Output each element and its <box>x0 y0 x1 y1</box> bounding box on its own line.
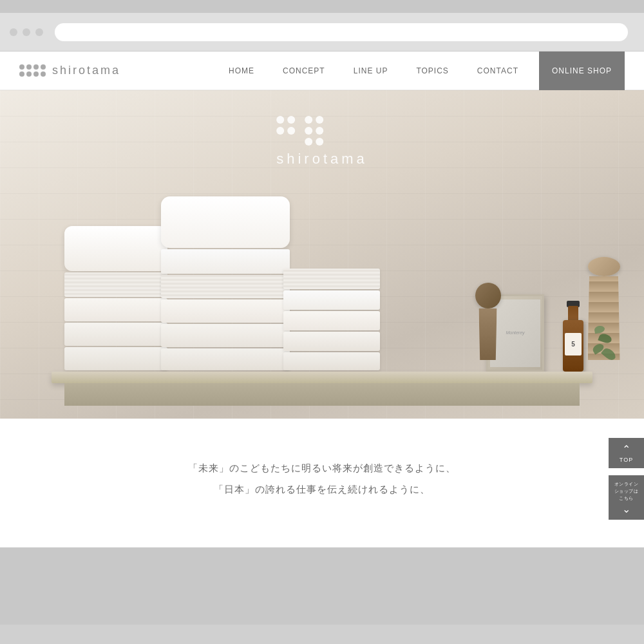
towel-fluffy-top <box>64 226 167 271</box>
decorative-bottle: 5 <box>560 307 586 372</box>
logo-dot-1 <box>19 64 24 70</box>
bottom-gray-area <box>0 547 644 625</box>
browser-frame: shirotama HOME CONCEPT LINE UP TOPICS CO… <box>0 0 644 625</box>
towel-w3-1 <box>64 323 167 346</box>
nav-online-shop-button[interactable]: ONLINE SHOP <box>539 52 625 90</box>
candle-holder-left <box>470 283 506 360</box>
hero-dot-7 <box>305 127 312 135</box>
towel-w4-1 <box>64 347 167 370</box>
hero-logo-dots-right <box>305 116 323 146</box>
logo-dot-7 <box>33 71 39 77</box>
scroll-to-top-button[interactable]: ⌃ TOP <box>609 438 644 468</box>
towel-right-3 <box>283 311 380 330</box>
hero-dot-1 <box>276 116 284 124</box>
hero-dot-8 <box>316 127 323 135</box>
site-header: shirotama HOME CONCEPT LINE UP TOPICS CO… <box>0 52 644 90</box>
hero-dot-9 <box>305 138 312 146</box>
website-content: shirotama HOME CONCEPT LINE UP TOPICS CO… <box>0 52 644 625</box>
towel-mid-3 <box>161 299 290 323</box>
browser-dot-yellow <box>23 28 30 36</box>
towel-stack-right <box>283 269 380 372</box>
browser-chrome <box>0 13 644 52</box>
towel-textured-1 <box>64 272 167 297</box>
logo-dot-4 <box>41 64 46 70</box>
content-section: 「未来」のこどもたちに明るい将来が創造できるように、 「日本」の誇れる仕事を伝え… <box>0 419 644 547</box>
hero-dot-6 <box>316 116 323 124</box>
hero-section: shirotama <box>0 90 644 419</box>
towel-right-5 <box>283 352 380 370</box>
nav-contact[interactable]: CONTACT <box>463 52 533 90</box>
nav-home[interactable]: HOME <box>214 52 269 90</box>
japanese-line-2: 「日本」の誇れる仕事を伝え続けれるように、 <box>188 478 456 500</box>
towel-scene: Monterey 5 <box>0 161 644 419</box>
hero-dot-10 <box>316 138 323 146</box>
main-nav: HOME CONCEPT LINE UP TOPICS CONTACT ONLI… <box>214 52 625 90</box>
japanese-tagline: 「未来」のこどもたちに明るい将来が創造できるように、 「日本」の誇れる仕事を伝え… <box>188 457 456 500</box>
logo-dot-5 <box>19 71 24 77</box>
nav-lineup[interactable]: LINE UP <box>339 52 402 90</box>
bottle-body: 5 <box>563 320 583 372</box>
browser-dot-green <box>35 28 43 36</box>
hero-logo-dots <box>276 116 368 146</box>
online-shop-sidebar-label: オンラインショップはこちら <box>614 480 639 502</box>
towel-mid-1 <box>161 249 290 274</box>
logo-text[interactable]: shirotama <box>52 64 120 77</box>
nav-topics[interactable]: TOPICS <box>402 52 462 90</box>
towel-mid-textured <box>161 275 290 298</box>
towel-fluffy-mid-top <box>161 196 290 248</box>
towel-right-2 <box>283 290 380 310</box>
logo-area: shirotama <box>19 64 214 77</box>
hero-dot-5 <box>305 116 312 124</box>
hero-dot-2 <box>287 116 295 124</box>
leaf-3 <box>594 325 605 334</box>
leaf-branch <box>589 320 628 372</box>
logo-dot-2 <box>26 64 32 70</box>
address-bar[interactable] <box>55 23 628 41</box>
scroll-top-label: TOP <box>620 457 633 463</box>
logo-dots-icon <box>19 64 46 77</box>
nav-concept[interactable]: CONCEPT <box>269 52 339 90</box>
scroll-top-arrow-icon: ⌃ <box>622 444 630 455</box>
hero-dot-3 <box>276 127 284 135</box>
towel-right-1 <box>283 269 380 289</box>
logo-dot-6 <box>26 71 32 77</box>
leaf-2 <box>598 332 612 345</box>
towel-w2-1 <box>64 298 167 321</box>
hero-logo-dots-left <box>276 116 295 146</box>
hero-logo: shirotama <box>276 116 368 167</box>
towel-stack-left <box>64 226 167 372</box>
bottle-label: 5 <box>565 333 582 355</box>
logo-dot-8 <box>41 71 46 77</box>
frame-text: Monterey <box>506 330 524 336</box>
scroll-online-arrow-icon: ⌄ <box>622 504 630 515</box>
towel-mid-5 <box>161 348 290 370</box>
browser-dot-red <box>10 28 17 36</box>
bottle-neck <box>568 306 578 321</box>
japanese-line-1: 「未来」のこどもたちに明るい将来が創造できるように、 <box>188 457 456 478</box>
online-shop-sidebar-button[interactable]: オンラインショップはこちら ⌄ <box>609 475 644 520</box>
towel-stack-mid <box>161 196 290 372</box>
towel-right-4 <box>283 332 380 351</box>
hero-dot-4 <box>287 127 295 135</box>
towel-mid-4 <box>161 324 290 347</box>
shelf <box>52 372 592 383</box>
logo-dot-3 <box>33 64 39 70</box>
